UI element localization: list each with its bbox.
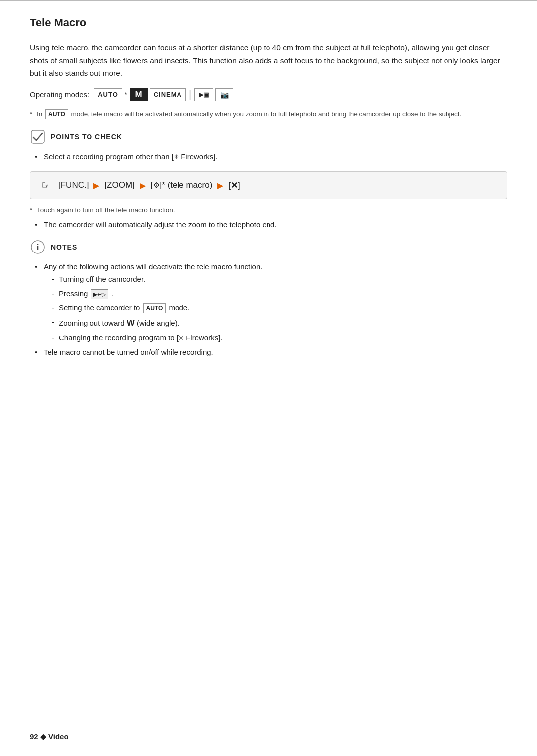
page-footer: 92 ◆ Video [30, 732, 69, 741]
badge-playback: ▶▣ [194, 88, 213, 101]
func-label: [FUNC.] [58, 180, 89, 190]
notes-section: i NOTES Any of the following actions wil… [30, 239, 507, 359]
badge-m: M [130, 88, 148, 101]
intro-text: Using tele macro, the camcorder can focu… [30, 41, 507, 80]
inline-auto-badge-2: AUTO [143, 303, 166, 313]
after-func-bullets: The camcorder will automatically adjust … [30, 219, 507, 231]
checkmark-icon [30, 129, 46, 145]
sub-bullet-1: Turning off the camcorder. [52, 273, 507, 286]
notes-list: Any of the following actions will deacti… [30, 261, 507, 359]
operating-modes-row: Operating modes: AUTO * M CINEMA | ▶▣ 📷 [30, 88, 507, 101]
badge-camera: 📷 [215, 88, 233, 101]
sub-bullets: Turning off the camcorder. Pressing ▶↩▷ … [44, 273, 507, 344]
points-to-check-header: POINTS TO CHECK [30, 129, 507, 145]
notes-title: NOTES [51, 243, 77, 251]
points-to-check-list: Select a recording program other than [✳… [30, 151, 507, 163]
operating-modes-label: Operating modes: [30, 90, 89, 99]
notes-item-2: Tele macro cannot be turned on/off while… [35, 346, 507, 359]
hand-icon: ☞ [41, 179, 51, 192]
badge-cinema: CINEMA [150, 88, 186, 101]
badge-auto: AUTO [94, 88, 122, 101]
after-func-bullet-1: The camcorder will automatically adjust … [35, 219, 507, 231]
svg-text:i: i [37, 243, 39, 252]
sub-bullet-4: Zooming out toward W (wide angle). [52, 316, 507, 330]
bold-w: W [127, 318, 135, 328]
tele-macro-label: [⚙]* (tele macro) [151, 180, 212, 190]
sub-bullet-2: Pressing ▶↩▷ . [52, 288, 507, 300]
divider-pipe: | [189, 89, 191, 100]
page-title: Tele Macro [30, 16, 507, 32]
func-close-bracket: [✕] [228, 180, 240, 191]
notes-item-1: Any of the following actions will deacti… [35, 261, 507, 344]
asterisk-note-1: In AUTO mode, tele macro will be activat… [30, 109, 507, 120]
asterisk-marker: * [125, 91, 127, 98]
page: Tele Macro Using tele macro, the camcord… [0, 0, 537, 756]
func-arrow-1: ▶ [93, 181, 99, 190]
sub-bullet-3: Setting the camcorder to AUTO mode. [52, 302, 507, 314]
zoom-label: [ZOOM] [104, 180, 134, 190]
info-icon: i [30, 239, 46, 255]
points-to-check-title: POINTS TO CHECK [51, 133, 122, 141]
inline-auto-badge: AUTO [45, 109, 68, 119]
func-arrow-2: ▶ [140, 181, 146, 190]
func-box: ☞ [FUNC.] ▶ [ZOOM] ▶ [⚙]* (tele macro) ▶… [30, 171, 507, 199]
touch-note: Touch again to turn off the tele macro f… [30, 206, 507, 214]
notes-header: i NOTES [30, 239, 507, 255]
sub-bullet-5: Changing the recording program to [✳ Fir… [52, 332, 507, 344]
points-to-check-item-1: Select a recording program other than [✳… [35, 151, 507, 163]
func-arrow-3: ▶ [217, 181, 223, 190]
pressing-badge: ▶↩▷ [91, 289, 108, 299]
